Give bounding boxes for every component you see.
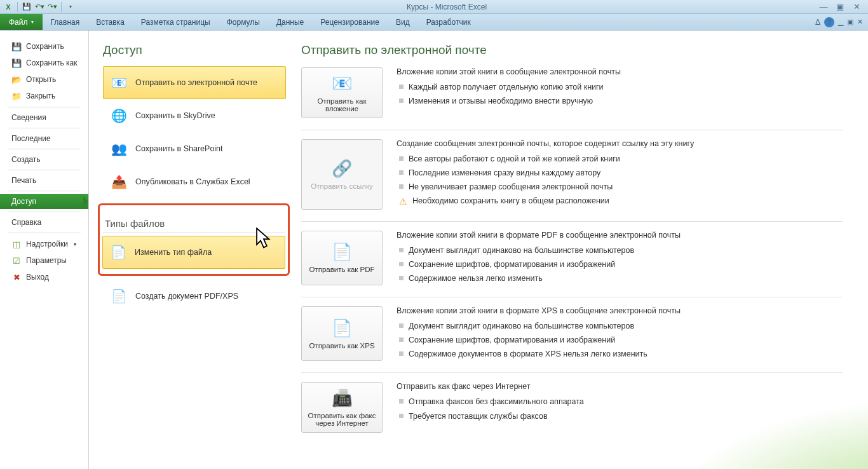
tab-data[interactable]: Данные xyxy=(268,14,312,30)
sidebar-label: Сохранить как xyxy=(26,58,77,67)
option-skydrive[interactable]: 🌐 Сохранить в SkyDrive xyxy=(103,99,286,132)
sidebar-print[interactable]: Печать xyxy=(0,173,88,188)
sidebar-label: Открыть xyxy=(26,75,56,84)
tab-home[interactable]: Главная xyxy=(43,14,88,30)
close-button[interactable]: ✕ xyxy=(850,2,863,12)
row-send-fax: 📠 Отправить как факс через Интернет Отпр… xyxy=(301,382,843,444)
desc-item: Каждый автор получает отдельную копию эт… xyxy=(409,81,604,93)
maximize-button[interactable]: ▣ xyxy=(834,2,846,12)
options-icon: ☑ xyxy=(11,255,22,266)
save-icon: 💾 xyxy=(11,41,22,51)
sidebar-recent[interactable]: Последние xyxy=(0,131,88,146)
desc-item: Не увеличивает размер сообщения электрон… xyxy=(409,181,613,193)
tab-page-layout[interactable]: Разметка страницы xyxy=(133,14,219,30)
redo-icon[interactable]: ↷▾ xyxy=(46,1,58,13)
option-create-pdf-xps[interactable]: 📄 Создать документ PDF/XPS xyxy=(103,280,286,313)
save-icon[interactable]: 💾 xyxy=(21,1,32,13)
desc-item: Сохранение шрифтов, форматирования и изо… xyxy=(409,334,615,346)
sidebar-help[interactable]: Справка xyxy=(0,215,88,230)
sidebar-info[interactable]: Сведения xyxy=(0,110,88,125)
desc-item: Содержимое нельзя легко изменить xyxy=(409,273,543,284)
button-label: Отправить как факс через Интернет xyxy=(306,412,378,427)
desc-head: Вложение копии этой книги в сообщение эл… xyxy=(397,67,843,76)
option-label: Сохранить в SkyDrive xyxy=(135,111,215,120)
file-types-highlight: Типы файлов 📄 Изменить тип файла xyxy=(98,203,290,276)
sidebar-save-as[interactable]: 💾 Сохранить как xyxy=(0,55,88,71)
sidebar-label: Закрыть xyxy=(26,92,55,100)
tab-developer[interactable]: Разработчик xyxy=(418,14,479,30)
addins-icon: ◫ xyxy=(11,239,22,249)
chevron-down-icon: ▾ xyxy=(74,241,76,247)
row-send-pdf: 📄 Отправить как PDF Вложение копии этой … xyxy=(301,231,843,297)
desc-item: Документ выглядит одинаково на большинст… xyxy=(409,320,634,332)
option-publish-excel-services[interactable]: 📤 Опубликовать в Службах Excel xyxy=(103,165,286,198)
warning-icon: ⚠ xyxy=(399,195,407,208)
save-as-icon: 💾 xyxy=(11,58,22,68)
window-minimize-icon[interactable]: ▁ xyxy=(838,18,843,26)
help-icon[interactable]: ? xyxy=(824,17,834,27)
excel-app-icon[interactable]: X xyxy=(3,1,14,13)
button-send-xps[interactable]: 📄 Отправить как XPS xyxy=(301,306,383,361)
quick-access-toolbar: X 💾 ↶▾ ↷▾ ▾ xyxy=(0,1,76,13)
tab-view[interactable]: Вид xyxy=(388,14,418,30)
sidebar-label: Параметры xyxy=(26,256,67,265)
option-sharepoint[interactable]: 👥 Сохранить в SharePoint xyxy=(103,132,286,165)
undo-icon[interactable]: ↶▾ xyxy=(34,1,45,13)
row-send-link: 🔗 Отправить ссылку Создание сообщения эл… xyxy=(301,139,843,222)
ribbon-minimize-icon[interactable]: ᐃ xyxy=(815,18,820,27)
pdf-icon: 📄 xyxy=(110,288,128,304)
sidebar-label: Сохранить xyxy=(26,42,64,51)
desc-item: Все авторы работают с одной и той же коп… xyxy=(409,153,620,165)
right-panel-title: Отправить по электронной почте xyxy=(301,43,843,57)
link-icon: 🔗 xyxy=(332,159,352,179)
file-tab[interactable]: Файл xyxy=(0,14,43,30)
publish-icon: 📤 xyxy=(110,173,128,190)
desc-warn: Необходимо сохранить книгу в общем распо… xyxy=(412,195,609,207)
desc-head: Вложение копии этой книги в формате XPS … xyxy=(397,306,843,315)
option-label: Отправить по электронной почте xyxy=(135,78,257,87)
option-change-file-type[interactable]: 📄 Изменить тип файла xyxy=(102,236,285,269)
option-label: Опубликовать в Службах Excel xyxy=(135,177,250,186)
button-label: Отправить как XPS xyxy=(309,342,374,350)
sidebar-options[interactable]: ☑ Параметры xyxy=(0,252,88,269)
button-send-pdf[interactable]: 📄 Отправить как PDF xyxy=(301,231,383,285)
window-restore-icon[interactable]: ▣ xyxy=(847,18,853,26)
sidebar-exit[interactable]: ✖ Выход xyxy=(0,269,88,285)
pdf-file-icon: 📄 xyxy=(332,242,352,262)
desc-item: Требуется поставщик службы факсов xyxy=(409,411,548,422)
xps-file-icon: 📄 xyxy=(332,318,352,338)
minimize-button[interactable]: — xyxy=(817,2,830,12)
sharepoint-icon: 👥 xyxy=(110,140,128,157)
exit-icon: ✖ xyxy=(11,272,22,282)
tab-formulas[interactable]: Формулы xyxy=(219,14,268,30)
row-send-attachment: 📧 Отправить как вложение Вложение копии … xyxy=(301,67,843,130)
tab-review[interactable]: Рецензирование xyxy=(312,14,388,30)
file-types-group-title: Типы файлов xyxy=(105,218,285,229)
desc-head: Отправить как факс через Интернет xyxy=(397,382,843,391)
share-section-title: Доступ xyxy=(103,43,286,57)
fax-icon: 📠 xyxy=(332,388,352,408)
row-send-xps: 📄 Отправить как XPS Вложение копии этой … xyxy=(301,306,843,373)
sidebar-addins[interactable]: ◫ Надстройки ▾ xyxy=(0,236,88,252)
button-send-fax[interactable]: 📠 Отправить как факс через Интернет xyxy=(301,382,383,433)
sidebar-label: Выход xyxy=(26,273,49,282)
email-options-panel: Отправить по электронной почте 📧 Отправи… xyxy=(292,31,868,469)
option-label: Сохранить в SharePoint xyxy=(135,144,223,153)
button-label: Отправить как вложение xyxy=(306,97,378,112)
globe-icon: 🌐 xyxy=(110,107,128,124)
qat-dropdown-icon[interactable]: ▾ xyxy=(65,1,76,13)
tab-insert[interactable]: Вставка xyxy=(88,14,133,30)
sidebar-save[interactable]: 💾 Сохранить xyxy=(0,38,88,55)
button-label: Отправить ссылку xyxy=(311,182,373,190)
button-send-attachment[interactable]: 📧 Отправить как вложение xyxy=(301,67,383,118)
desc-item: Изменения и отзывы необходимо внести вру… xyxy=(409,95,593,107)
window-close-icon[interactable]: ✕ xyxy=(857,18,863,26)
sidebar-close[interactable]: 📁 Закрыть xyxy=(0,88,88,104)
option-send-email[interactable]: 📧 Отправить по электронной почте xyxy=(103,66,286,99)
sidebar-open[interactable]: 📂 Открыть xyxy=(0,71,88,88)
envelope-icon: 📧 xyxy=(332,74,352,93)
sidebar-new[interactable]: Создать xyxy=(0,152,88,167)
change-type-icon: 📄 xyxy=(109,244,127,261)
share-options-column: Доступ 📧 Отправить по электронной почте … xyxy=(89,31,292,469)
sidebar-share[interactable]: Доступ xyxy=(0,194,88,209)
